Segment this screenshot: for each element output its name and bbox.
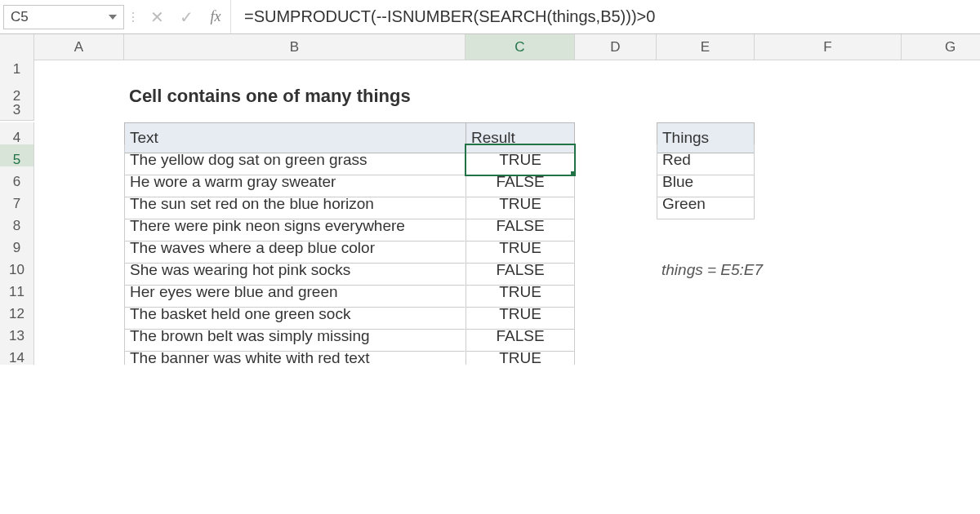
formula-input[interactable]: =SUMPRODUCT(--ISNUMBER(SEARCH(things,B5)… — [230, 0, 980, 33]
enter-icon: ✓ — [172, 7, 201, 27]
cancel-icon: ✕ — [142, 7, 172, 27]
cell-F3[interactable] — [755, 100, 902, 121]
cell-D3[interactable] — [575, 100, 657, 121]
fx-icon[interactable]: fx — [201, 8, 230, 25]
formula-text: =SUMPRODUCT(--ISNUMBER(SEARCH(things,B5)… — [244, 7, 655, 26]
name-box[interactable]: C5 — [3, 5, 124, 29]
separator — [129, 5, 137, 29]
cell-E3[interactable] — [657, 100, 755, 121]
cell-A14[interactable] — [34, 343, 124, 365]
cell-F14[interactable] — [755, 343, 902, 365]
table-cell-text-14[interactable]: The banner was white with red text — [124, 343, 466, 365]
row-header-14[interactable]: 14 — [0, 343, 34, 365]
name-box-dropdown-icon[interactable] — [109, 15, 117, 20]
cell-D14[interactable] — [575, 343, 657, 365]
cell-G3[interactable] — [902, 100, 980, 121]
table-cell-result-5[interactable]: TRUE — [466, 144, 575, 175]
cell-G14[interactable] — [902, 343, 980, 365]
name-box-text: C5 — [11, 9, 29, 25]
formula-bar: C5 ✕ ✓ fx =SUMPRODUCT(--ISNUMBER(SEARCH(… — [0, 0, 980, 34]
table-cell-result-14[interactable]: TRUE — [466, 343, 575, 365]
cell-C3[interactable] — [466, 100, 575, 121]
row-header-3[interactable]: 3 — [0, 100, 34, 121]
cell-B3[interactable] — [124, 100, 466, 121]
spreadsheet-grid: ABCDEFG12Cell contains one of many thing… — [0, 34, 980, 365]
cell-A3[interactable] — [34, 100, 124, 121]
cell-E14[interactable] — [657, 343, 755, 365]
